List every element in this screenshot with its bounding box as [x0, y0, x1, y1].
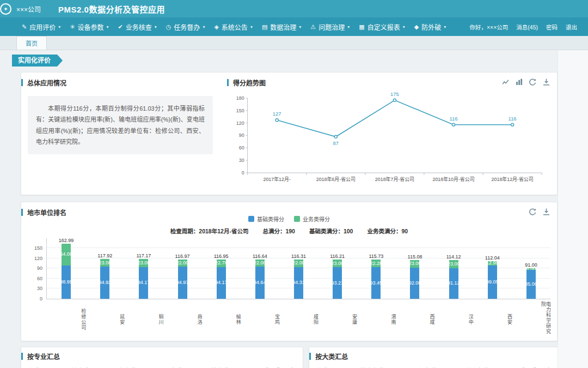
bar-column[interactable]: 162.9964.0098.99 [47, 238, 85, 299]
bar-segment[interactable]: 91.12 [449, 268, 458, 299]
bar-segment[interactable]: 94.17 [217, 267, 226, 299]
ranking-y-axis: 0306090120150 [28, 238, 46, 299]
nav-item-custom-report[interactable]: ▦自定义报表▾ [358, 20, 406, 34]
trend-actions [501, 78, 550, 86]
password-link[interactable]: 密码 [546, 23, 558, 31]
category-label: 西咸 [395, 301, 434, 337]
bar-segment[interactable]: 22.78 [217, 260, 226, 267]
category-label: 延安 [85, 301, 124, 337]
bar-total-label: 117.17 [136, 253, 151, 258]
trend-chart[interactable]: 03060901201501801272017年12月-872018年6月-省公… [227, 88, 550, 189]
legend-item[interactable]: 业务类得分 [294, 215, 330, 223]
nav-item-issue-governance[interactable]: ⚠问题治理▾ [309, 20, 351, 34]
bar-column[interactable]: 115.0823.0092.08 [395, 238, 434, 299]
bar-column[interactable]: 117.1723.0094.17 [124, 238, 163, 299]
bar-total-label: 112.04 [485, 255, 500, 261]
data-point [452, 123, 455, 126]
bar-segment[interactable]: 23.00 [100, 259, 109, 267]
bar-segment[interactable]: 94.31 [294, 267, 303, 299]
ranking-plot: 162.9964.0098.99117.9223.0094.92117.1723… [46, 238, 550, 299]
messages-link[interactable]: 消息(45) [516, 23, 538, 31]
download-icon[interactable] [542, 208, 550, 216]
bar-segment[interactable]: 93.45 [371, 267, 381, 299]
legend-item[interactable]: 基础类得分 [248, 215, 284, 223]
trend-panel-title: 得分趋势图 [227, 78, 266, 87]
refresh-icon[interactable] [529, 208, 537, 216]
ranking-legend: 基础类得分业务类得分 [28, 215, 550, 223]
nav-item-label: 自定义报表 [367, 22, 400, 32]
bar-column[interactable]: 116.3122.0094.31 [279, 238, 318, 299]
download-icon[interactable] [542, 78, 550, 86]
point-label: 87 [333, 140, 339, 146]
bar-segment[interactable]: 22.00 [294, 260, 303, 267]
bar-segment[interactable]: 23.00 [333, 260, 342, 267]
x-tick-label: 2018年6月-省公司 [316, 176, 356, 182]
bar-segment[interactable]: 22.00 [178, 260, 187, 267]
shield-icon: ◆ [414, 23, 419, 31]
ranking-columns: 162.9964.0098.99117.9223.0094.92117.1723… [47, 238, 550, 299]
bar-segment[interactable]: 64.00 [62, 244, 71, 266]
chevron-down-icon: ▾ [347, 25, 350, 29]
line-chart-icon[interactable] [501, 78, 510, 86]
warning-icon: ⚠ [310, 23, 316, 31]
data-point [393, 99, 396, 101]
bar-segment[interactable]: 94.97 [178, 267, 187, 299]
bar-segment[interactable]: 98.99 [62, 266, 71, 299]
point-label: 116 [450, 116, 458, 122]
database-icon: ▤ [262, 23, 267, 31]
point-label: 127 [273, 111, 281, 117]
logout-link[interactable]: 退出 [566, 23, 577, 31]
ranking-actions [529, 208, 550, 216]
refresh-icon[interactable] [529, 78, 537, 86]
bar-segment[interactable]: 94.17 [139, 267, 148, 299]
bar-segment[interactable]: 99.05 [488, 266, 497, 299]
stat-item: 检查周期：2018年12月-省公司 [170, 227, 249, 235]
company-name: ×××公司 [16, 4, 41, 14]
bar-chart-icon[interactable] [515, 78, 523, 86]
bar-segment[interactable]: 23.00 [449, 260, 458, 268]
category-card: 按大类汇总 总满分：190基础类满分：60业务类满分：90系统类满分：0 [309, 347, 560, 368]
bar-column[interactable]: 112.0412.9999.05 [473, 238, 512, 299]
nav-item-business-check[interactable]: ✔业务核查▾ [117, 20, 158, 34]
legend-swatch [294, 216, 300, 222]
bar-column[interactable]: 116.2123.0093.21 [318, 238, 357, 299]
category-label: 宝鸡 [241, 301, 279, 337]
x-tick-label: 2017年12月- [263, 176, 290, 182]
bar-segment[interactable]: 23.00 [139, 259, 148, 267]
bar-segment[interactable]: 92.08 [410, 268, 419, 299]
nav-item-system-notice[interactable]: ◈系统公告▾ [213, 20, 254, 34]
bar-column[interactable]: 116.9522.7894.17 [202, 238, 241, 299]
tab-home[interactable]: 首页 [16, 36, 47, 50]
nav-item-label: 设备参数 [77, 22, 103, 32]
bar-segment[interactable]: 94.92 [100, 267, 109, 299]
bar-segment[interactable]: 23.00 [410, 260, 419, 268]
nav-item-task-supervision[interactable]: ◷任务督办▾ [165, 20, 206, 34]
bar-segment[interactable]: 12.99 [488, 261, 497, 266]
y-tick-label: 0 [40, 296, 42, 301]
bar-column[interactable]: 114.1223.0091.12 [434, 238, 473, 299]
nav-item-external-damage[interactable]: ◆防外破▾ [413, 20, 448, 34]
nav-bar: ✎应用评价▾✳设备参数▾✔业务核查▾◷任务督办▾◈系统公告▾▤数据治理▾⚠问题治… [0, 17, 588, 36]
bar-total-label: 116.64 [253, 254, 267, 259]
overview-panel-title: 总体应用情况 [28, 78, 213, 87]
nav-item-label: 应用评价 [29, 22, 56, 32]
bar-column[interactable]: 116.6422.0094.64 [241, 238, 279, 299]
bar-segment[interactable]: 94.64 [255, 267, 265, 299]
bar-column[interactable]: 116.9722.0094.97 [163, 238, 201, 299]
nav-item-device-params[interactable]: ✳设备参数▾ [69, 20, 109, 34]
specialty-card: 按专业汇总 总满分：190输电满分：41变电满分：51配电满分：54其他满分：4… [21, 347, 303, 368]
bar-column[interactable]: 115.7322.2893.45 [357, 238, 395, 299]
nav-item-app-evaluation[interactable]: ✎应用评价▾ [21, 20, 62, 34]
bar-segment[interactable]: 22.00 [255, 260, 265, 267]
bar-column[interactable]: 91.006.0085.00 [512, 238, 550, 299]
nav-item-data-governance[interactable]: ▤数据治理▾ [261, 20, 302, 34]
ranking-chart[interactable]: 0306090120150 162.9964.0098.99117.9223.0… [28, 238, 550, 299]
y-tick-label: 60 [37, 276, 42, 281]
title-accent-bar [21, 209, 23, 216]
bar-segment[interactable]: 85.00 [526, 270, 536, 299]
bar-segment[interactable]: 22.28 [371, 260, 381, 267]
y-tick-label: 90 [37, 266, 42, 271]
y-tick-label: 120 [34, 256, 42, 261]
bar-column[interactable]: 117.9223.0094.92 [85, 238, 124, 299]
bar-segment[interactable]: 93.21 [333, 267, 342, 299]
